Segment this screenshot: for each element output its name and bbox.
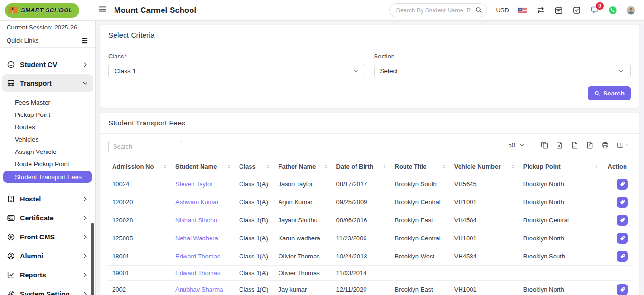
app-logo[interactable]: SMART SCHOOL — [5, 3, 79, 18]
submenu-item-routes[interactable]: Routes — [0, 121, 95, 133]
fees-action-button[interactable] — [617, 215, 628, 226]
sidebar-item-reports[interactable]: Reports — [0, 266, 95, 285]
cell-class: Class 1(C) — [235, 281, 274, 295]
student-name-link[interactable]: Anubhav Sharma — [172, 281, 235, 295]
search-button[interactable]: Search — [588, 86, 631, 100]
export-excel-button[interactable] — [556, 141, 564, 149]
sidebar-item-front-cms[interactable]: Front CMS — [0, 228, 95, 247]
sidebar-item-hostel[interactable]: Hostel — [0, 190, 95, 209]
global-search-input[interactable] — [389, 3, 487, 17]
column-header-action[interactable]: Action — [603, 159, 631, 175]
export-columns-button[interactable] — [616, 141, 629, 149]
submenu-item-vehicles[interactable]: Vehicles — [0, 133, 95, 145]
cell-class: Class 1(A) — [235, 247, 274, 266]
cell-action — [603, 211, 631, 229]
tag-icon — [619, 286, 625, 293]
tag-icon — [619, 217, 625, 223]
submenu-item-pickup-point[interactable]: Pickup Point — [0, 108, 95, 121]
tag-icon — [619, 181, 625, 187]
cell-father-name: Jason Taylor — [274, 175, 332, 193]
messages-button[interactable]: 0 — [590, 6, 599, 15]
cell-admission-no: 125005 — [108, 229, 172, 247]
sidebar-scrollbar[interactable] — [91, 223, 94, 295]
chevron-right-icon — [82, 291, 88, 295]
export-pdf-button[interactable] — [586, 141, 594, 149]
fees-action-button[interactable] — [617, 233, 628, 244]
cell-date-of-birth: 08/17/2017 — [332, 175, 391, 193]
cell-date-of-birth: 08/06/2016 — [332, 211, 391, 229]
exchange-toggle[interactable] — [536, 6, 545, 15]
submenu-item-fees-master[interactable]: Fees Master — [0, 96, 95, 108]
sidebar-menu: Student CVTransportFees MasterPickup Poi… — [0, 48, 95, 295]
search-icon[interactable] — [475, 6, 482, 14]
sidebar-item-system-setting[interactable]: System Setting — [0, 285, 95, 295]
column-header-student-name[interactable]: Student Name — [172, 159, 235, 175]
cell-action — [603, 175, 631, 193]
sidebar-item-certificate[interactable]: Certificate — [0, 209, 95, 228]
cell-action — [603, 266, 631, 281]
sidebar-item-label: Certificate — [20, 214, 82, 222]
column-header-admission-no[interactable]: Admission No — [108, 159, 172, 175]
submenu-item-student-transport-fees[interactable]: Student Transport Fees — [3, 171, 92, 183]
whatsapp-button[interactable] — [608, 6, 617, 15]
fees-action-button[interactable] — [617, 251, 628, 262]
fees-action-button[interactable] — [617, 197, 628, 208]
column-header-route-title[interactable]: Route Title — [391, 159, 451, 175]
sidebar-item-student-cv[interactable]: Student CV — [0, 55, 95, 74]
student-name-link[interactable]: Nishant Sindhu — [172, 211, 235, 229]
column-header-father-name[interactable]: Father Name — [274, 159, 332, 175]
cell-vehicle-number — [451, 266, 519, 281]
grid-icon[interactable] — [81, 37, 88, 44]
table-row: 18001Edward ThomasClass 1(A)Olivier Thom… — [108, 247, 631, 266]
submenu-item-assign-vehicle[interactable]: Assign Vehicle — [0, 145, 95, 158]
chevron-right-icon — [82, 272, 88, 278]
student-name-link[interactable]: Nehal Wadhera — [172, 229, 235, 247]
column-header-label: Admission No — [112, 163, 154, 170]
calendar-button[interactable] — [554, 6, 563, 15]
sidebar-item-alumni[interactable]: Alumni — [0, 247, 95, 266]
todo-button[interactable] — [572, 6, 581, 15]
sidebar: Current Session: 2025-26 Quick Links Stu… — [0, 21, 96, 295]
column-header-class[interactable]: Class — [235, 159, 274, 175]
student-name-link[interactable]: Edward Thomas — [172, 266, 235, 281]
profile-avatar[interactable] — [626, 6, 635, 15]
sidebar-item-label: Student CV — [20, 61, 82, 68]
currency-selector[interactable]: USD — [496, 7, 509, 14]
tag-icon — [619, 235, 625, 241]
cell-route-title: Brooklyn East — [391, 281, 451, 295]
page-size-select[interactable]: 50 — [507, 142, 528, 152]
table-header-row: Admission NoStudent NameClassFather Name… — [108, 159, 631, 175]
column-header-label: Student Name — [175, 163, 217, 170]
class-select[interactable]: Class 1 — [108, 64, 365, 78]
page-title: Mount Carmel School — [114, 6, 196, 15]
export-csv-button[interactable] — [571, 141, 579, 149]
student-name-link[interactable]: Edward Thomas — [172, 247, 235, 266]
export-copy-button[interactable] — [540, 141, 548, 149]
cell-route-title: Brooklyn West — [391, 247, 451, 266]
student-name-link[interactable]: Ashwani Kumar — [172, 193, 235, 211]
sort-icon — [323, 163, 328, 170]
table-search-input[interactable] — [108, 141, 182, 152]
chevron-down-icon — [617, 67, 625, 75]
cell-class: Class 1(B) — [235, 211, 274, 229]
hostel-icon — [7, 195, 15, 203]
fees-action-button[interactable] — [617, 284, 628, 295]
column-header-date-of-birth[interactable]: Date of Birth — [332, 159, 391, 175]
quick-links-row[interactable]: Quick Links — [0, 34, 95, 48]
student-name-link[interactable]: Steven Taylor — [172, 175, 235, 193]
column-header-pickup-point[interactable]: Pickup Point — [519, 159, 603, 175]
fees-action-button[interactable] — [617, 179, 628, 190]
sidebar-item-transport[interactable]: Transport — [2, 74, 93, 92]
student-cv-icon — [7, 60, 15, 69]
section-select[interactable]: Select — [374, 64, 631, 78]
logo-text: SMART SCHOOL — [21, 7, 73, 14]
cell-pickup-point: Brooklyn North — [519, 229, 603, 247]
hamburger-icon — [98, 4, 107, 14]
sidebar-toggle-button[interactable] — [98, 4, 110, 17]
column-header-vehicle-number[interactable]: Vehicle Number — [451, 159, 519, 175]
cell-date-of-birth: 09/25/2009 — [332, 193, 391, 211]
submenu-item-route-pickup-point[interactable]: Route Pickup Point — [0, 158, 95, 170]
cell-admission-no: 120020 — [108, 193, 172, 211]
export-print-button[interactable] — [601, 141, 609, 149]
language-flag[interactable] — [518, 6, 527, 15]
